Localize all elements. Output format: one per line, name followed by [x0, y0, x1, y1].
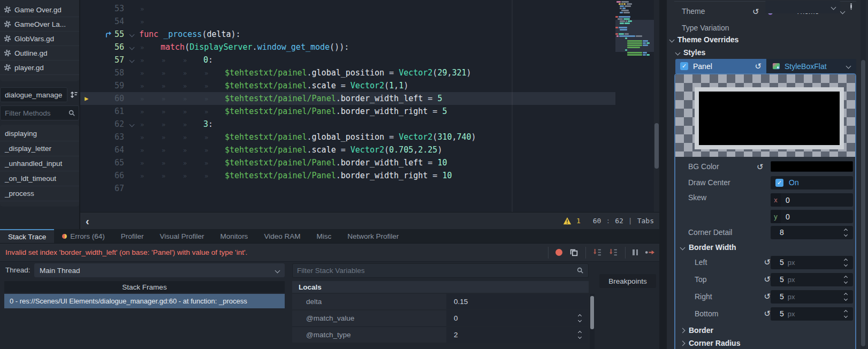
debugger-tab-network-profiler[interactable]: Network Profiler — [339, 229, 407, 243]
revert-icon[interactable]: ↺ — [752, 7, 759, 16]
revert-icon[interactable]: ↺ — [757, 163, 764, 171]
continue-button[interactable] — [645, 249, 655, 256]
script-list-item[interactable]: player.gd — [0, 60, 79, 75]
border-width-field[interactable]: 5px — [771, 256, 853, 269]
indent-mode[interactable]: Tabs — [637, 217, 654, 225]
code-line[interactable]: 66»»»»$tehtestxt/painel/Panel.border_wid… — [80, 169, 615, 182]
scrollbar-thumb[interactable] — [654, 123, 659, 169]
spinner-icon[interactable] — [844, 310, 848, 317]
code-line[interactable]: 53» — [80, 2, 615, 15]
method-filter-input[interactable] — [0, 105, 79, 120]
variable-value[interactable]: 0 — [446, 310, 589, 326]
spinner-icon[interactable] — [844, 259, 848, 266]
bg-color-swatch[interactable] — [771, 161, 853, 172]
step-over-button[interactable] — [609, 248, 618, 257]
revert-icon[interactable]: ↺ — [764, 257, 771, 267]
stack-variables-filter-input[interactable] — [292, 263, 589, 278]
method-list-item[interactable]: _process — [0, 186, 79, 201]
execution-arrow-icon[interactable]: ▶ — [80, 95, 100, 102]
revert-icon[interactable]: ↺ — [764, 275, 771, 284]
code-area[interactable]: 53»54»55func _process(delta):56»match(Di… — [80, 0, 615, 212]
border-width-field[interactable]: 5px — [771, 307, 853, 321]
type-variation-dropdown[interactable] — [765, 1, 840, 13]
debugger-tab-monitors[interactable]: Monitors — [212, 229, 256, 243]
corner-detail-field[interactable]: 8 — [771, 226, 853, 239]
code-line[interactable]: ▶60»»»»$tehtestxt/painel/Panel.border_wi… — [80, 92, 615, 105]
break-button[interactable] — [633, 249, 638, 255]
method-list-item[interactable]: _unhandled_input — [0, 156, 79, 171]
code-line[interactable]: 63»»»»$tehtestxt/painel.global_position … — [80, 131, 615, 143]
script-list-item[interactable]: Outline.gd — [0, 46, 79, 60]
method-list-item[interactable]: displaying — [0, 126, 79, 141]
skew-x-field[interactable]: x 0 — [771, 193, 853, 207]
fold-gutter[interactable] — [124, 58, 139, 62]
border-width-field[interactable]: 5px — [771, 290, 853, 304]
script-history-back-button[interactable]: ‹ — [86, 216, 89, 226]
code-line[interactable]: 59»»»»$tehtestxt/painel.scale = Vector2(… — [80, 79, 615, 92]
scrollbar-thumb[interactable] — [590, 296, 594, 329]
copy-error-button[interactable] — [569, 248, 578, 257]
spinner-icon[interactable] — [844, 276, 848, 283]
code-line[interactable]: 62»»»3: — [80, 118, 615, 131]
editor-inspector-divider[interactable] — [659, 0, 667, 349]
script-list-item[interactable]: Game Over.gd — [0, 3, 79, 17]
code-line[interactable]: 58»»»»$tehtestxt/painel.global_position … — [80, 66, 615, 79]
code-line[interactable]: 67 — [80, 182, 615, 195]
code-line[interactable]: 64»»»»$tehtestxt/painel.scale = Vector2(… — [80, 143, 615, 156]
code-line[interactable]: 61»»»»$tehtestxt/painel/Panel.border_wid… — [80, 105, 615, 118]
warning-count[interactable]: 1 — [576, 217, 581, 225]
panel-style-toggle[interactable]: ✓ Panel ↺ — [675, 59, 766, 73]
debugger-tab-errors-64-[interactable]: Errors (64) — [54, 229, 113, 243]
stack-frame-row[interactable]: 0 - res://Scenes/UI Elements/dialogue_ma… — [4, 294, 285, 308]
border-width-section[interactable]: Border Width — [675, 241, 855, 254]
code-line[interactable]: 55func _process(delta): — [80, 28, 615, 41]
spinner-icon[interactable] — [578, 315, 582, 322]
fold-gutter[interactable] — [124, 33, 139, 36]
styles-section[interactable]: Styles — [676, 48, 705, 57]
locals-row[interactable]: @match_type2 — [292, 327, 589, 343]
spinner-icon[interactable] — [844, 293, 848, 300]
script-sort-button[interactable] — [68, 88, 79, 101]
spinner-icon[interactable] — [844, 229, 848, 236]
skip-breakpoints-button[interactable] — [555, 249, 562, 256]
code-minimap[interactable] — [615, 0, 654, 212]
draw-center-checkbox[interactable]: ✓ — [775, 179, 783, 187]
checkbox-checked-icon[interactable]: ✓ — [680, 62, 688, 70]
thread-dropdown[interactable]: Main Thread — [34, 263, 285, 277]
locals-row[interactable]: delta0.15 — [292, 294, 589, 309]
editor-vscrollbar[interactable] — [654, 0, 659, 212]
debugger-tab-profiler[interactable]: Profiler — [113, 229, 152, 243]
border-width-field[interactable]: 5px — [771, 273, 853, 286]
code-line[interactable]: 54» — [80, 15, 615, 28]
variable-value[interactable]: 2 — [446, 327, 589, 343]
stylebox-resource-dropdown[interactable]: StyleBoxFlat — [766, 59, 856, 73]
code-line[interactable]: 65»»»»$tehtestxt/painel/Panel.border_wid… — [80, 156, 615, 169]
inspector-scrollbar[interactable] — [861, 0, 866, 349]
code-line[interactable]: 57»»»0: — [80, 54, 615, 66]
revert-icon[interactable]: ↺ — [764, 292, 771, 301]
spinner-icon[interactable] — [578, 331, 582, 338]
variable-value[interactable]: 0.15 — [446, 294, 589, 309]
breakpoints-button[interactable]: Breakpoints — [599, 274, 656, 288]
revert-icon[interactable]: ↺ — [755, 62, 762, 70]
debugger-tab-video-ram[interactable]: Video RAM — [256, 229, 308, 243]
method-list-item[interactable]: _display_letter — [0, 141, 79, 156]
debugger-tab-misc[interactable]: Misc — [308, 229, 339, 243]
script-list-item[interactable]: GameOver La... — [0, 17, 79, 32]
border-section[interactable]: Border — [675, 324, 855, 336]
revert-icon[interactable]: ↺ — [764, 309, 771, 318]
debugger-tab-stack-trace[interactable]: Stack Trace — [0, 229, 54, 243]
code-line[interactable]: 56»match(DisplayServer.window_get_mode()… — [80, 41, 615, 54]
method-list-item[interactable]: _on_ldt_timeout — [0, 171, 79, 186]
script-list-item[interactable]: GlobVars.gd — [0, 32, 79, 46]
locals-row[interactable]: @match_value0 — [292, 310, 589, 326]
corner-radius-section[interactable]: Corner Radius — [675, 337, 855, 349]
locals-scrollbar[interactable] — [590, 294, 595, 349]
script-filter-input[interactable] — [0, 87, 67, 102]
pencil-icon[interactable] — [847, 3, 855, 11]
scrollbar-thumb[interactable] — [861, 60, 865, 346]
debugger-tab-visual-profiler[interactable]: Visual Profiler — [152, 229, 212, 243]
step-into-button[interactable] — [593, 248, 602, 257]
theme-overrides-section[interactable]: Theme Overrides — [670, 35, 738, 44]
fold-gutter[interactable] — [124, 45, 139, 49]
